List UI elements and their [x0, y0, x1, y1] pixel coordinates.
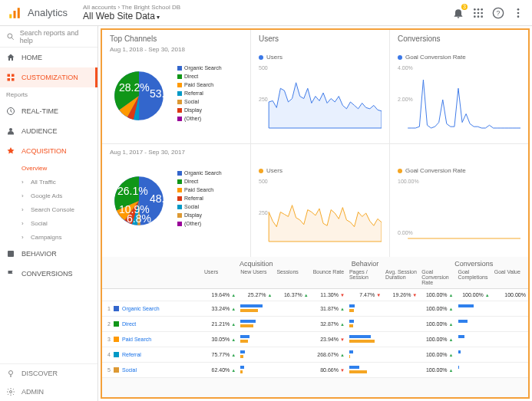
pie-chart-2017: 48.2%26.1%10.9%6.8% — [107, 169, 171, 233]
svg-point-24 — [9, 128, 12, 131]
chevron-right-icon: › — [21, 220, 28, 226]
nav-behavior[interactable]: BEHAVIOR — [0, 244, 97, 264]
col-bounce[interactable]: Bounce Rate — [311, 268, 347, 287]
col-users[interactable]: Users — [202, 268, 238, 287]
analytics-logo-icon — [8, 6, 21, 20]
gcr-line-2018 — [398, 65, 520, 134]
svg-rect-19 — [8, 74, 11, 77]
sub-overview[interactable]: Overview — [21, 161, 97, 175]
col-sessions[interactable]: Sessions — [274, 268, 310, 287]
nav-admin[interactable]: ADMIN — [0, 383, 97, 401]
svg-rect-20 — [12, 74, 15, 77]
group-conversions: Conversions — [419, 260, 528, 268]
dot-icon — [398, 169, 402, 173]
date-range-2: Aug 1, 2017 - Sep 30, 2017 — [110, 149, 243, 156]
conversions-title: Conversions — [398, 35, 520, 43]
svg-point-26 — [9, 371, 13, 375]
svg-rect-22 — [12, 78, 15, 81]
svg-rect-2 — [18, 8, 20, 18]
col-gval[interactable]: Goal Value — [492, 268, 528, 287]
svg-point-6 — [474, 12, 476, 14]
table-row[interactable]: 1Organic Search33.24%▲31.87%▲100.00%▲ — [102, 301, 528, 317]
sub-search-console[interactable]: ›Search Console — [21, 202, 97, 216]
search-input[interactable]: Search reports and help — [0, 26, 97, 48]
channels-table: Acquisition Behavior Conversions Users N… — [102, 257, 528, 397]
svg-point-11 — [481, 15, 483, 18]
sub-social[interactable]: ›Social — [21, 216, 97, 230]
table-row[interactable]: 2Direct21.21%▲32.87%▲100.00%▲ — [102, 317, 528, 332]
svg-text:53.2%: 53.2% — [150, 87, 171, 100]
svg-line-18 — [12, 38, 13, 39]
notification-badge: 3 — [461, 4, 468, 10]
breadcrumb-path: All accounts › The Bright School DB — [83, 4, 452, 11]
svg-rect-1 — [14, 11, 16, 18]
svg-point-8 — [481, 12, 483, 14]
nav-customization[interactable]: CUSTOMIZATION — [0, 67, 97, 87]
top-channels-2018: Top Channels Aug 1, 2018 - Sep 30, 2018 … — [102, 30, 251, 143]
sub-campaigns[interactable]: ›Campaigns — [21, 230, 97, 244]
col-gcomp[interactable]: Goal Completions — [456, 268, 492, 287]
svg-rect-25 — [8, 251, 14, 257]
pie-chart-2018: 53.2%28.2% — [107, 64, 171, 128]
svg-point-17 — [8, 33, 12, 38]
nav-home[interactable]: HOME — [0, 48, 97, 67]
view-selector[interactable]: All Web Site Data▾ — [83, 11, 452, 21]
svg-point-5 — [481, 8, 483, 11]
users-title: Users — [259, 35, 382, 43]
breadcrumb[interactable]: All accounts › The Bright School DB All … — [83, 4, 452, 21]
nav-audience[interactable]: AUDIENCE — [0, 121, 97, 141]
svg-rect-0 — [9, 14, 12, 18]
col-new-users[interactable]: New Users — [238, 268, 274, 287]
pie-legend-2017: Organic Search Direct Paid Search Referr… — [177, 169, 222, 228]
svg-point-16 — [517, 15, 520, 18]
svg-point-7 — [477, 12, 480, 14]
nav-discover[interactable]: DISCOVER — [0, 364, 97, 383]
svg-point-15 — [517, 12, 520, 14]
search-icon — [6, 32, 15, 41]
svg-text:26.1%: 26.1% — [117, 185, 148, 197]
sidebar: Search reports and help HOME CUSTOMIZATI… — [0, 26, 98, 401]
svg-point-27 — [10, 391, 12, 393]
main-content: Top Channels Aug 1, 2018 - Sep 30, 2018 … — [98, 26, 532, 401]
users-chart-2018: Users Users 500250 — [251, 30, 390, 143]
table-row[interactable]: 3Paid Search30.05%▲23.94%▼100.00%▲ — [102, 332, 528, 347]
sub-google-ads[interactable]: ›Google Ads — [21, 189, 97, 202]
nav-conversions[interactable]: CONVERSIONS — [0, 264, 97, 284]
nav-realtime[interactable]: REAL-TIME — [0, 101, 97, 121]
more-icon[interactable] — [512, 7, 524, 19]
svg-text:6.8%: 6.8% — [127, 212, 151, 225]
acquisition-submenu: Overview ›All Traffic ›Google Ads ›Searc… — [0, 161, 97, 244]
col-duration[interactable]: Avg. Session Duration — [383, 268, 419, 287]
sub-all-traffic[interactable]: ›All Traffic — [21, 175, 97, 189]
table-row[interactable]: 4Referral75.77%▲268.67%▲100.00%▲ — [102, 347, 528, 363]
top-channels-title: Top Channels — [110, 35, 243, 43]
search-placeholder: Search reports and help — [20, 29, 91, 44]
svg-point-3 — [474, 8, 476, 11]
svg-text:?: ? — [497, 9, 501, 17]
svg-rect-21 — [8, 78, 11, 81]
gear-icon — [6, 387, 15, 396]
table-row[interactable]: 5Social62.40%▲80.66%▼100.00%▲ — [102, 363, 528, 378]
clock-icon — [6, 107, 15, 116]
users-line-2017 — [259, 179, 382, 248]
nav-acquisition[interactable]: ACQUISITION — [0, 141, 97, 161]
group-behavior: Behavior — [311, 260, 420, 268]
top-channels-2017: Aug 1, 2017 - Sep 30, 2017 48.2%26.1%10.… — [102, 144, 251, 257]
bell-icon[interactable]: 3 — [452, 7, 464, 19]
svg-text:48.2%: 48.2% — [150, 192, 171, 205]
col-pages[interactable]: Pages / Session — [347, 268, 383, 287]
help-icon[interactable]: ? — [492, 7, 504, 19]
chevron-right-icon: › — [21, 234, 28, 240]
chevron-right-icon: › — [21, 179, 28, 185]
topbar: Analytics All accounts › The Bright Scho… — [0, 0, 532, 26]
table-header: Users New Users Sessions Bounce Rate Pag… — [102, 268, 528, 289]
svg-point-14 — [517, 8, 520, 11]
brand-label: Analytics — [28, 7, 68, 18]
dot-icon — [259, 169, 263, 173]
svg-point-10 — [477, 15, 480, 18]
chevron-right-icon: › — [21, 206, 28, 212]
group-acquisition: Acquisition — [202, 260, 311, 268]
svg-point-9 — [474, 15, 476, 18]
apps-icon[interactable] — [472, 7, 484, 19]
col-gcr[interactable]: Goal Conversion Rate — [419, 268, 455, 287]
